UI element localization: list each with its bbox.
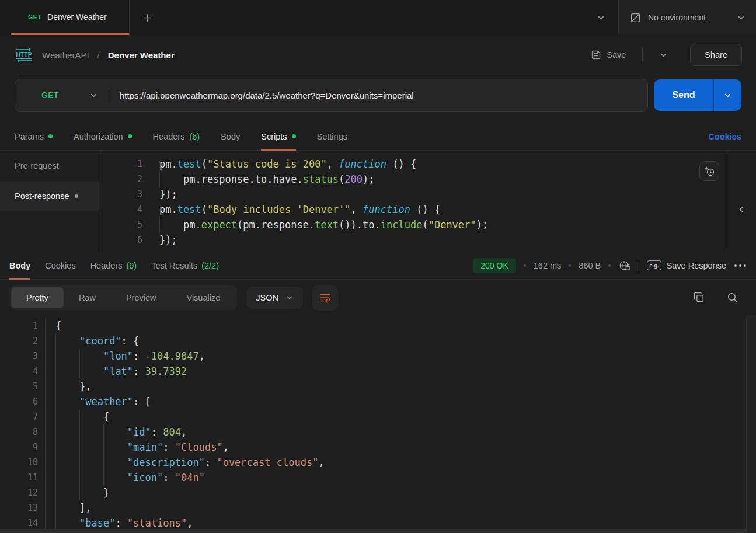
code-line: 12 } — [0, 485, 756, 500]
send-button[interactable]: Send — [654, 79, 713, 111]
tab-count: (9) — [126, 261, 137, 270]
copy-icon — [693, 291, 705, 304]
breadcrumb-request-name[interactable]: Denver Weather — [108, 50, 175, 60]
tab-count: (2/2) — [201, 261, 219, 270]
code-line: 9 "main": "Clouds", — [0, 440, 756, 455]
save-button[interactable]: Save — [591, 50, 626, 60]
collapse-panel-button[interactable] — [738, 167, 745, 252]
response-toolbar: Pretty Raw Preview Visualize JSON — [0, 280, 756, 315]
send-button-group: Send — [654, 79, 741, 111]
response-tab-headers[interactable]: Headers (9) — [90, 252, 137, 279]
copy-response-button[interactable] — [693, 291, 705, 304]
code-line: 10 "description": "overcast clouds", — [0, 455, 756, 470]
format-label: JSON — [256, 293, 278, 302]
sidebar-item-post-response[interactable]: Post-response — [0, 181, 99, 211]
network-info-icon[interactable] — [618, 260, 631, 271]
code-line: 1pm.test("Status code is 200", function … — [99, 156, 726, 172]
app-tab-bar: GET Denver Weather No environment — [0, 0, 756, 35]
chevron-down-icon — [659, 51, 668, 60]
save-response-label: Save Response — [667, 261, 726, 270]
format-selector[interactable]: JSON — [246, 287, 303, 309]
code-line: 2 "coord": { — [0, 333, 756, 349]
tab-label: Authorization — [74, 132, 123, 141]
dot-separator — [608, 264, 611, 267]
line-number: 6 — [0, 394, 46, 409]
http-request-icon: HTTP — [14, 48, 34, 62]
share-button[interactable]: Share — [690, 44, 742, 66]
search-icon — [726, 291, 738, 304]
method-selector[interactable]: GET — [15, 90, 109, 100]
tab-params[interactable]: Params — [15, 123, 53, 150]
script-editor[interactable]: 1pm.test("Status code is 200", function … — [99, 151, 726, 252]
sidebar-item-label: Pre-request — [15, 161, 59, 170]
view-visualize[interactable]: Visualize — [171, 287, 235, 308]
tab-label: Body — [9, 261, 30, 270]
line-number: 11 — [0, 470, 46, 485]
vertical-scrollbar[interactable] — [746, 315, 756, 533]
line-number: 2 — [0, 333, 46, 349]
method-label: GET — [41, 90, 59, 100]
line-number: 9 — [0, 440, 46, 455]
sidebar-item-pre-request[interactable]: Pre-request — [0, 151, 99, 181]
tab-settings[interactable]: Settings — [317, 123, 347, 150]
unsaved-dot-icon — [75, 194, 78, 198]
cookies-link[interactable]: Cookies — [709, 132, 741, 141]
view-mode-switcher: Pretty Raw Preview Visualize — [9, 285, 237, 310]
line-number: 10 — [0, 455, 46, 470]
plus-icon — [142, 13, 152, 23]
save-label: Save — [607, 50, 626, 60]
response-time: 162 ms — [534, 261, 562, 270]
tab-label: Settings — [317, 132, 347, 141]
postbot-button[interactable] — [699, 161, 719, 181]
line-number: 7 — [0, 409, 46, 424]
view-pretty[interactable]: Pretty — [11, 287, 64, 308]
tab-body[interactable]: Body — [221, 123, 240, 150]
breadcrumb-collection[interactable]: WeatherAPI — [42, 50, 89, 60]
response-tab-cookies[interactable]: Cookies — [45, 252, 75, 279]
more-actions-button[interactable] — [734, 264, 747, 267]
url-input[interactable]: https://api.openweathermap.org/data/2.5/… — [109, 90, 414, 100]
scripts-panel: Pre-request Post-response 1pm.test("Stat… — [0, 151, 756, 252]
dot-separator — [569, 264, 571, 267]
environment-selector[interactable]: No environment — [618, 0, 756, 35]
response-size: 860 B — [579, 261, 601, 270]
line-number: 12 — [0, 485, 46, 500]
wrap-text-button[interactable] — [312, 285, 338, 311]
request-tab[interactable]: GET Denver Weather — [11, 0, 130, 35]
line-number: 3 — [99, 187, 142, 202]
line-number: 5 — [99, 217, 142, 232]
code-line: 7 { — [0, 409, 756, 424]
tab-label: Headers — [90, 261, 123, 270]
green-dot-icon — [292, 134, 296, 138]
view-raw[interactable]: Raw — [64, 287, 111, 308]
response-tab-test-results[interactable]: Test Results (2/2) — [151, 252, 219, 279]
save-options-button[interactable] — [659, 51, 668, 60]
send-options-button[interactable] — [713, 79, 741, 111]
search-response-button[interactable] — [726, 291, 738, 304]
line-number: 1 — [99, 156, 142, 172]
tab-scripts[interactable]: Scripts — [261, 123, 295, 150]
tab-options-button[interactable] — [597, 0, 605, 35]
horizontal-scrollbar[interactable] — [0, 529, 746, 533]
tab-label: Headers — [153, 132, 185, 141]
breadcrumb-separator: / — [97, 50, 100, 60]
code-line: 6}); — [99, 232, 726, 248]
line-number: 1 — [0, 318, 46, 333]
line-number: 13 — [0, 500, 46, 515]
tab-authorization[interactable]: Authorization — [74, 123, 132, 150]
chevron-left-icon — [738, 205, 745, 214]
status-badge[interactable]: 200 OK — [473, 258, 515, 273]
ellipsis-icon — [734, 264, 747, 267]
response-tab-body[interactable]: Body — [9, 252, 30, 279]
chevron-down-icon — [723, 91, 732, 100]
response-header: Body Cookies Headers (9) Test Results (2… — [0, 252, 756, 280]
tab-headers[interactable]: Headers (6) — [153, 123, 200, 150]
code-line: 3}); — [99, 187, 726, 202]
code-line: 1{ — [0, 318, 756, 333]
response-body-viewer[interactable]: 1{2 "coord": {3 "lon": -104.9847,4 "lat"… — [0, 315, 756, 533]
code-line: 4pm.test("Body includes 'Denver'", funct… — [99, 202, 726, 217]
new-tab-button[interactable] — [142, 0, 152, 35]
save-response-button[interactable]: e.g. Save Response — [647, 260, 726, 270]
view-preview[interactable]: Preview — [111, 287, 172, 308]
chevron-down-icon — [597, 13, 605, 22]
